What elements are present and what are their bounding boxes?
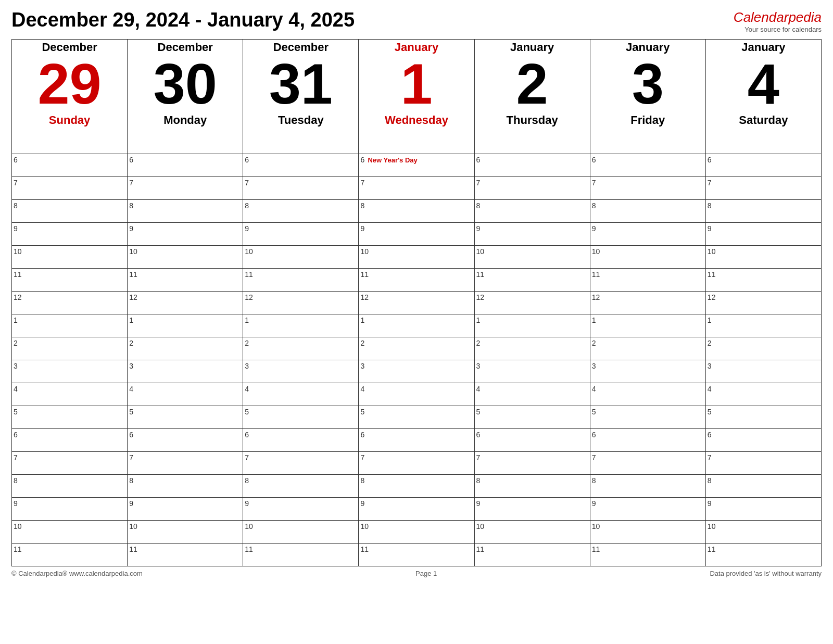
time-cell-row15-col5: 9 <box>590 497 705 520</box>
time-label-14-5: 8 <box>592 476 596 485</box>
time-cell-row14-col3: 8 <box>359 474 474 497</box>
time-cell-row9-col0: 3 <box>12 360 128 383</box>
time-cell-row4-col2: 10 <box>243 245 359 268</box>
time-cell-row3-col3: 9 <box>359 222 474 245</box>
time-cell-row0-col6: 6 <box>705 154 821 176</box>
time-label-13-3: 7 <box>360 453 364 462</box>
time-label-4-2: 10 <box>245 247 253 256</box>
time-label-7-5: 1 <box>592 316 596 324</box>
day-name-5: Friday <box>592 113 704 127</box>
time-label-14-0: 8 <box>14 476 18 485</box>
time-label-14-3: 8 <box>360 476 364 485</box>
time-label-7-1: 1 <box>129 316 133 324</box>
time-label-2-2: 8 <box>245 201 249 210</box>
time-cell-row3-col2: 9 <box>243 222 359 245</box>
time-cell-row9-col3: 3 <box>359 360 474 383</box>
time-label-7-3: 1 <box>360 316 364 324</box>
time-label-12-0: 6 <box>14 431 18 439</box>
day-name-6: Saturday <box>708 113 819 127</box>
time-label-9-3: 3 <box>360 362 364 370</box>
time-label-7-0: 1 <box>14 316 18 324</box>
time-cell-row11-col3: 5 <box>359 406 474 428</box>
time-label-12-5: 6 <box>592 431 596 439</box>
time-cell-row13-col2: 7 <box>243 451 359 474</box>
time-label-2-5: 8 <box>592 201 596 210</box>
time-cell-row15-col2: 9 <box>243 497 359 520</box>
time-label-15-6: 9 <box>708 499 712 508</box>
day-number-3: 1 <box>360 55 472 112</box>
time-label-11-0: 5 <box>14 408 18 416</box>
time-cell-row1-col3: 7 <box>359 176 474 199</box>
time-cell-row10-col0: 4 <box>12 383 128 406</box>
time-label-15-3: 9 <box>360 499 364 508</box>
time-cell-row14-col6: 8 <box>705 474 821 497</box>
time-cell-row12-col4: 6 <box>474 428 590 451</box>
time-cell-row4-col0: 10 <box>12 245 128 268</box>
time-label-17-2: 11 <box>245 545 253 553</box>
brand-pedia: pedia <box>788 9 822 25</box>
time-cell-row2-col4: 8 <box>474 199 590 222</box>
time-cell-row13-col1: 7 <box>128 451 243 474</box>
time-cell-row1-col5: 7 <box>590 176 705 199</box>
time-label-1-6: 7 <box>708 179 712 187</box>
time-label-17-3: 11 <box>360 545 369 553</box>
time-label-6-2: 12 <box>245 293 253 301</box>
time-label-12-1: 6 <box>129 431 133 439</box>
time-cell-row16-col5: 10 <box>590 520 705 543</box>
time-cell-row1-col4: 7 <box>474 176 590 199</box>
time-label-5-0: 11 <box>14 270 22 279</box>
time-label-3-5: 9 <box>592 224 596 233</box>
time-cell-row8-col2: 2 <box>243 337 359 360</box>
time-cell-row15-col1: 9 <box>128 497 243 520</box>
footer-right: Data provided 'as is' without warranty <box>710 570 822 577</box>
time-label-2-3: 8 <box>360 201 364 210</box>
time-cell-row0-col0: 6 <box>12 154 128 176</box>
time-cell-row13-col4: 7 <box>474 451 590 474</box>
time-cell-row12-col0: 6 <box>12 428 128 451</box>
time-cell-row0-col2: 6 <box>243 154 359 176</box>
day-number-1: 30 <box>129 55 241 112</box>
time-label-11-5: 5 <box>592 408 596 416</box>
time-label-6-5: 12 <box>592 293 600 301</box>
time-cell-row0-col3: 6 New Year's Day <box>359 154 474 176</box>
time-label-0-6: 6 <box>708 156 712 164</box>
time-cell-row10-col6: 4 <box>705 383 821 406</box>
day-name-1: Monday <box>129 113 241 127</box>
time-label-9-6: 3 <box>708 362 712 370</box>
time-cell-row7-col4: 1 <box>474 314 590 337</box>
time-label-16-3: 10 <box>360 522 369 531</box>
time-label-16-2: 10 <box>245 522 253 531</box>
time-label-1-5: 7 <box>592 179 596 187</box>
time-cell-row14-col2: 8 <box>243 474 359 497</box>
brand-subtitle: Your source for calendars <box>734 26 822 34</box>
time-label-0-5: 6 <box>592 156 596 164</box>
day-header-2: December 31 Tuesday <box>243 39 359 154</box>
time-cell-row3-col5: 9 <box>590 222 705 245</box>
time-label-8-3: 2 <box>360 339 364 347</box>
time-label-15-5: 9 <box>592 499 596 508</box>
time-label-3-0: 9 <box>14 224 18 233</box>
time-cell-row8-col5: 2 <box>590 337 705 360</box>
time-label-14-4: 8 <box>476 476 481 485</box>
time-label-6-1: 12 <box>129 293 137 301</box>
time-cell-row2-col5: 8 <box>590 199 705 222</box>
time-cell-row16-col2: 10 <box>243 520 359 543</box>
time-label-2-0: 8 <box>14 201 18 210</box>
time-label-4-1: 10 <box>129 247 137 256</box>
time-cell-row5-col0: 11 <box>12 268 128 291</box>
time-label-16-1: 10 <box>129 522 137 531</box>
time-cell-row10-col4: 4 <box>474 383 590 406</box>
time-cell-row4-col5: 10 <box>590 245 705 268</box>
time-label-4-3: 10 <box>360 247 369 256</box>
time-cell-row11-col6: 5 <box>705 406 821 428</box>
time-label-3-2: 9 <box>245 224 249 233</box>
time-cell-row5-col2: 11 <box>243 268 359 291</box>
day-number-0: 29 <box>14 55 125 112</box>
time-label-0-0: 6 <box>14 156 18 164</box>
time-cell-row11-col4: 5 <box>474 406 590 428</box>
time-label-16-4: 10 <box>476 522 485 531</box>
day-header-6: January 4 Saturday <box>705 39 821 154</box>
time-cell-row1-col0: 7 <box>12 176 128 199</box>
day-header-3: January 1 Wednesday <box>359 39 474 154</box>
time-cell-row11-col1: 5 <box>128 406 243 428</box>
